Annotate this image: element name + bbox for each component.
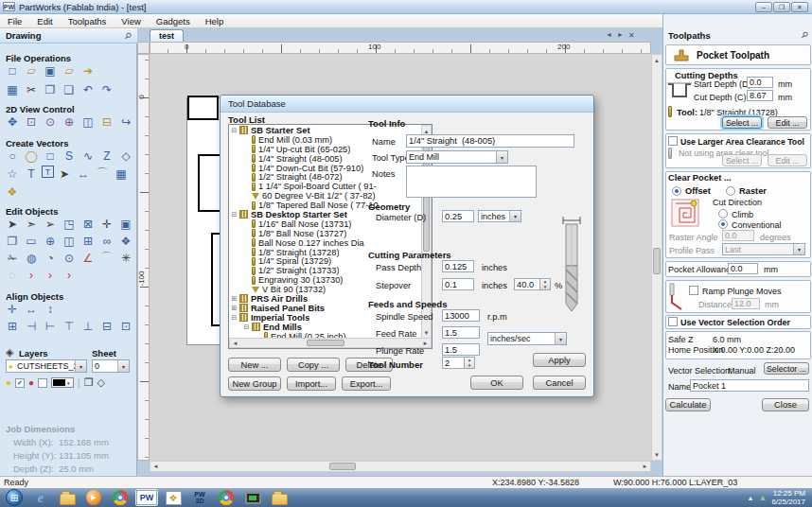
pass-depth-input[interactable]: [442, 260, 474, 272]
draw-circle-icon[interactable]: ○: [4, 148, 21, 164]
layer-locked-checkbox[interactable]: [38, 378, 47, 388]
tree-expander-icon[interactable]: ⊟: [230, 126, 238, 134]
close-button[interactable]: ✕: [791, 2, 808, 12]
redo-icon[interactable]: ↷: [98, 81, 115, 97]
select-all-icon[interactable]: ▦: [4, 81, 21, 97]
draw-ellipse-icon[interactable]: ◯: [23, 148, 40, 164]
copy-tool-button[interactable]: Copy ...: [287, 358, 340, 372]
apply-button[interactable]: Apply: [533, 353, 586, 367]
stepover-input[interactable]: [442, 278, 474, 290]
measure-icon[interactable]: ✛: [98, 216, 115, 232]
tool-number-spinner[interactable]: ▴▾: [465, 357, 475, 369]
vector-rectangle[interactable]: [187, 96, 219, 120]
select-tool-button[interactable]: Select ...: [722, 116, 762, 129]
text-spacing-icon[interactable]: ↔: [75, 166, 92, 182]
taskbar-partworks-button[interactable]: PW: [135, 489, 158, 506]
align-bottom-icon[interactable]: ⊥: [79, 318, 97, 334]
ramp-plunge-checkbox[interactable]: [689, 286, 698, 295]
new-group-button[interactable]: New Group: [228, 376, 281, 391]
cut-depth-input[interactable]: [747, 90, 773, 101]
taskbar-partworks3d-button[interactable]: PW3D: [188, 489, 211, 506]
ramp-distance-input[interactable]: [732, 298, 760, 309]
scrollbar-thumb[interactable]: [307, 340, 344, 346]
menu-item[interactable]: Gadgets: [149, 16, 198, 26]
menu-item[interactable]: Toolpaths: [61, 16, 115, 26]
tool-tree-item[interactable]: 60 Degree V-Bit 1/2" ( 37-82): [242, 191, 421, 201]
zoom-height-icon[interactable]: ⊟: [98, 114, 115, 130]
tray-expand-icon[interactable]: ▲: [748, 495, 754, 501]
profile-pass-select[interactable]: Last ▾: [722, 243, 805, 255]
tool-tree-item[interactable]: 1 1/4" Spoil-Board Cutter ( 91-: [242, 182, 421, 191]
arc-fit-icon[interactable]: ›: [23, 267, 40, 283]
new-file-icon[interactable]: □: [4, 62, 21, 79]
minimize-button[interactable]: –: [755, 2, 772, 12]
align-center-icon[interactable]: ✛: [4, 301, 21, 317]
draw-bezier-icon[interactable]: ∿: [79, 148, 97, 164]
align-right-icon[interactable]: ⊢: [42, 318, 59, 334]
start-button[interactable]: ⊞: [3, 489, 26, 506]
paste-icon[interactable]: ❑: [61, 81, 78, 97]
cancel-button[interactable]: Cancel: [533, 376, 586, 390]
scroll-down-icon[interactable]: ▼: [652, 449, 662, 460]
fillet-icon[interactable]: ⌒: [98, 250, 115, 266]
undo-icon[interactable]: ↶: [79, 81, 97, 97]
rate-units-select[interactable]: inches/sec ▾: [487, 332, 567, 345]
tool-tree-item[interactable]: 1/8" Ball Nose (13727): [242, 229, 421, 238]
move-selection-icon[interactable]: ◳: [61, 216, 78, 232]
notes-textarea[interactable]: [406, 166, 537, 198]
layer-visibility-bulb-icon[interactable]: ●: [6, 377, 11, 388]
spindle-speed-input[interactable]: [442, 309, 480, 322]
scroll-left-icon[interactable]: ◄: [150, 462, 161, 471]
climb-radio[interactable]: [718, 209, 728, 219]
layer-color-swatch[interactable]: ▾: [51, 377, 74, 388]
restore-button[interactable]: ❐: [773, 2, 790, 12]
taskbar-chrome2-button[interactable]: [215, 489, 238, 506]
weld-icon[interactable]: ◍: [23, 250, 40, 266]
layer-lock-icon[interactable]: ●: [28, 377, 34, 388]
save-icon[interactable]: ▣: [42, 62, 59, 79]
offset-icon[interactable]: ❐: [4, 233, 21, 249]
scrollbar-thumb[interactable]: [329, 463, 356, 470]
ok-button[interactable]: OK: [470, 376, 523, 390]
tool-name-input[interactable]: [406, 134, 574, 148]
tool-type-select[interactable]: End Mill ▾: [406, 150, 508, 164]
copy-icon[interactable]: ❐: [42, 81, 59, 97]
draw-flourish-icon[interactable]: ❖: [4, 184, 21, 200]
zoom-width-icon[interactable]: ◫: [79, 114, 97, 130]
layer-visible-checkbox[interactable]: ✔: [15, 378, 25, 388]
tree-expander-icon[interactable]: ⊟: [242, 323, 251, 331]
draw-polygon-icon[interactable]: ◇: [117, 148, 134, 164]
diameter-input[interactable]: [442, 210, 474, 222]
zoom-extents-icon[interactable]: ⊕: [61, 114, 78, 130]
move-to-center-icon[interactable]: ⊕: [42, 233, 59, 249]
sheet-select[interactable]: 0 ▾: [92, 359, 130, 373]
lasso-icon[interactable]: ◌: [4, 267, 21, 283]
tree-expander-icon[interactable]: ⊞: [230, 304, 238, 312]
pin-icon[interactable]: ⚲: [799, 29, 810, 41]
delete-duplicate-icon[interactable]: ⊠: [79, 216, 97, 232]
spin-down-icon[interactable]: ▾: [465, 363, 474, 369]
taskbar-folder2-button[interactable]: [268, 489, 291, 506]
pocket-allowance-input[interactable]: [728, 263, 758, 274]
distort-icon[interactable]: ▣: [117, 216, 134, 232]
clearance-select-button[interactable]: Select ...: [722, 154, 762, 166]
align-h-center-icon[interactable]: ⊟: [98, 318, 115, 334]
curve-fit-icon[interactable]: ›: [42, 267, 59, 283]
align-horizontal-icon[interactable]: ↔: [23, 301, 40, 317]
move-to-layer-icon[interactable]: ❐: [84, 376, 94, 389]
plunge-rate-input[interactable]: [442, 343, 480, 356]
tree-expander-icon[interactable]: ⊟: [230, 313, 238, 322]
tree-expander-icon[interactable]: ⊞: [230, 294, 238, 303]
stepover-percent-spinner[interactable]: ▴▾: [540, 278, 551, 290]
text-box-icon[interactable]: T: [42, 166, 54, 178]
new-tool-button[interactable]: New ...: [228, 358, 281, 372]
menu-item[interactable]: View: [114, 16, 148, 26]
transform-icon[interactable]: ➢: [42, 216, 59, 232]
conventional-radio[interactable]: [718, 219, 728, 229]
draw-text-icon[interactable]: T: [23, 166, 40, 182]
import-icon[interactable]: ▱: [61, 62, 78, 79]
raster-angle-input[interactable]: [722, 230, 754, 241]
cut-icon[interactable]: ✂: [23, 81, 40, 97]
draw-curve-icon[interactable]: S: [61, 148, 78, 164]
array-copy-icon[interactable]: ⊞: [79, 233, 97, 249]
